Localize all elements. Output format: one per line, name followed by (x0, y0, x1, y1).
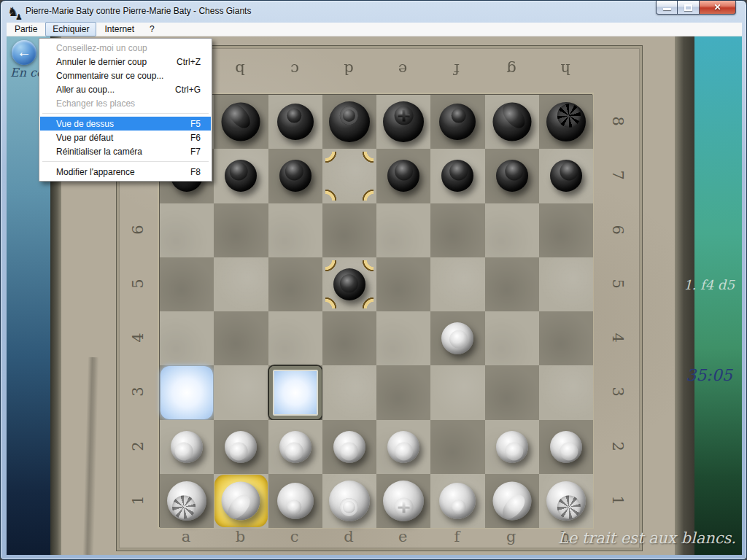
square-d4[interactable] (322, 311, 376, 365)
square-h6[interactable] (539, 203, 593, 257)
square-c8[interactable] (268, 95, 322, 149)
piece-white-pawn-c2[interactable] (279, 431, 311, 463)
square-d8[interactable] (322, 95, 376, 149)
piece-white-pawn-g2[interactable] (496, 431, 528, 463)
back-button[interactable]: ← (12, 40, 36, 65)
square-g6[interactable] (485, 203, 539, 257)
square-b7[interactable] (214, 149, 268, 203)
piece-white-rook-a1[interactable] (167, 481, 206, 521)
square-c7[interactable] (268, 149, 322, 203)
piece-black-rook-h8[interactable] (546, 102, 586, 141)
square-b3[interactable] (214, 365, 268, 419)
square-f5[interactable] (430, 257, 484, 311)
menu-partie[interactable]: Partie (7, 22, 44, 36)
piece-white-bishop-c1[interactable] (277, 483, 314, 519)
piece-white-king-e1[interactable] (383, 481, 424, 521)
square-e8[interactable] (376, 95, 430, 149)
square-d5[interactable] (322, 257, 376, 311)
square-h4[interactable] (539, 311, 593, 365)
square-a4[interactable] (160, 311, 214, 365)
square-f8[interactable] (430, 95, 484, 149)
square-f6[interactable] (430, 203, 484, 257)
square-b6[interactable] (214, 203, 268, 257)
piece-white-pawn-d2[interactable] (333, 431, 365, 463)
square-e5[interactable] (376, 257, 430, 311)
square-e6[interactable] (376, 203, 430, 257)
square-c6[interactable] (268, 203, 322, 257)
square-g8[interactable] (485, 95, 539, 149)
square-c4[interactable] (268, 311, 322, 365)
square-g2[interactable] (485, 420, 539, 474)
close-button[interactable]: ✕ (700, 1, 736, 15)
maximize-button[interactable] (678, 1, 700, 15)
square-b2[interactable] (214, 420, 268, 474)
title-bar[interactable]: ♞♟ Pierre-Marie Baty contre Pierre-Marie… (1, 1, 746, 23)
piece-black-pawn-e7[interactable] (387, 160, 419, 192)
piece-white-knight-g1[interactable] (492, 481, 531, 520)
square-g3[interactable] (485, 365, 539, 419)
square-h7[interactable] (539, 149, 593, 203)
piece-black-king-e8[interactable] (383, 101, 424, 142)
square-f4[interactable] (430, 311, 484, 365)
piece-black-knight-b8[interactable] (222, 103, 260, 141)
menu-item-vue-de-dessus[interactable]: Vue de dessusF5 (40, 117, 211, 131)
square-e4[interactable] (376, 311, 430, 365)
square-e1[interactable] (376, 474, 430, 528)
piece-white-knight-b1[interactable] (222, 481, 260, 520)
piece-white-pawn-b2[interactable] (225, 431, 257, 463)
square-c1[interactable] (268, 474, 322, 528)
piece-black-pawn-g7[interactable] (496, 160, 528, 192)
menu-item-aller-au-coup[interactable]: Aller au coup...Ctrl+G (40, 82, 211, 96)
square-g7[interactable] (485, 149, 539, 203)
square-e3[interactable] (376, 365, 430, 419)
piece-white-rook-h1[interactable] (546, 481, 586, 521)
piece-white-pawn-f4[interactable] (441, 322, 473, 354)
square-g1[interactable] (485, 474, 539, 528)
square-h1[interactable] (539, 474, 593, 528)
square-h8[interactable] (539, 95, 593, 149)
minimize-button[interactable] (656, 1, 678, 15)
square-d2[interactable] (322, 420, 376, 474)
piece-black-pawn-d5[interactable] (333, 268, 365, 300)
square-h2[interactable] (539, 420, 593, 474)
piece-black-pawn-h7[interactable] (550, 160, 582, 192)
square-h5[interactable] (539, 257, 593, 311)
square-h3[interactable] (539, 365, 593, 419)
menu-echiquier[interactable]: Echiquier (45, 22, 96, 36)
square-f3[interactable] (430, 365, 484, 419)
piece-white-pawn-e2[interactable] (387, 431, 419, 463)
piece-white-queen-d1[interactable] (329, 481, 370, 521)
square-e7[interactable] (376, 149, 430, 203)
square-b4[interactable] (214, 311, 268, 365)
piece-white-pawn-h2[interactable] (550, 431, 582, 463)
square-e2[interactable] (376, 420, 430, 474)
piece-black-bishop-f8[interactable] (439, 104, 476, 140)
square-g5[interactable] (485, 257, 539, 311)
square-d6[interactable] (322, 203, 376, 257)
menu-item-r-initialiser-la-cam-ra[interactable]: Réinitialiser la caméraF7 (40, 144, 211, 158)
square-d1[interactable] (322, 474, 376, 528)
menu-internet[interactable]: Internet (97, 22, 142, 36)
square-c5[interactable] (268, 257, 322, 311)
square-f2[interactable] (430, 420, 484, 474)
square-a2[interactable] (160, 420, 214, 474)
square-d7[interactable] (322, 149, 376, 203)
square-c3[interactable] (268, 365, 322, 419)
square-f7[interactable] (430, 149, 484, 203)
piece-black-knight-g8[interactable] (492, 103, 531, 141)
menu-item-commentaire-sur-ce-coup[interactable]: Commentaire sur ce coup... (40, 69, 211, 82)
square-d3[interactable] (322, 365, 376, 419)
menu-item-annuler-le-dernier-coup[interactable]: Annuler le dernier coupCtrl+Z (40, 55, 211, 69)
piece-black-pawn-c7[interactable] (279, 160, 311, 192)
square-g4[interactable] (485, 311, 539, 365)
menu-help[interactable]: ? (142, 22, 162, 36)
square-b5[interactable] (214, 257, 268, 311)
square-a6[interactable] (160, 203, 214, 257)
square-f1[interactable] (430, 474, 484, 528)
square-a1[interactable] (160, 474, 214, 528)
piece-white-bishop-f1[interactable] (439, 483, 476, 519)
menu-item-vue-par-d-faut[interactable]: Vue par défautF6 (40, 131, 211, 144)
piece-black-queen-d8[interactable] (329, 101, 370, 142)
square-a5[interactable] (160, 257, 214, 311)
menu-item-modifier-l-apparence[interactable]: Modifier l'apparenceF8 (40, 165, 211, 179)
